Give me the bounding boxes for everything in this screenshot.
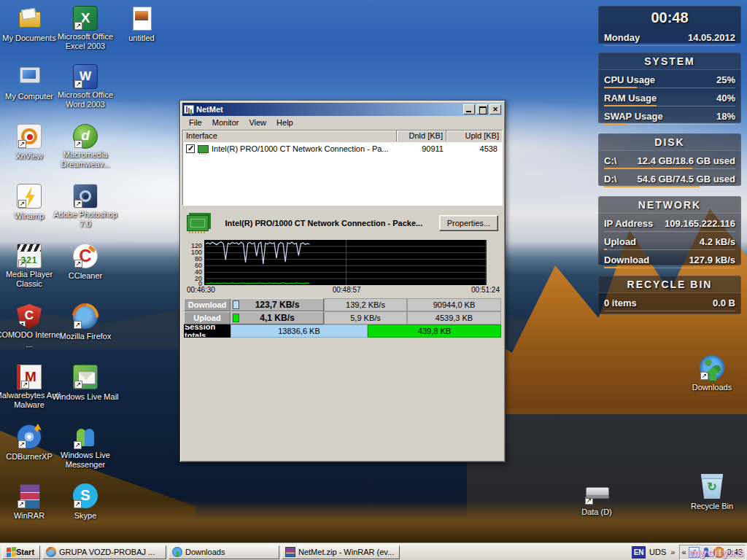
desktop-icon-firefox[interactable]: Mozilla Firefox (49, 304, 122, 342)
menu-monitor[interactable]: Monitor (207, 117, 244, 128)
interface-checkbox[interactable] (186, 144, 195, 153)
meter-track (604, 268, 735, 268)
download-current: 123,7 KB/s (231, 298, 324, 311)
session-download-total: 13836,6 KB (231, 324, 368, 338)
menu-help[interactable]: Help (271, 117, 298, 128)
dreamweaver-icon (73, 124, 98, 149)
task-button-winrar[interactable]: NetMet.zip - WinRAR (ev... (282, 545, 400, 559)
swap-usage-row: SWAP Usage 18% (604, 106, 735, 125)
desktop-icon-photoshop[interactable]: Adobe Photoshop 7.0 (49, 184, 122, 230)
recycle-row: 0 items 0.0 B (604, 293, 735, 311)
system-widget: SYSTEM CPU Usage 25% RAM Usage 40% SWAP … (598, 52, 741, 123)
language-indicator[interactable]: EN (632, 546, 646, 559)
desktop-icon-windows-live-mail[interactable]: Windows Live Mail (49, 365, 122, 402)
shortcut-arrow-icon (74, 140, 82, 148)
cdburnerxp-icon (17, 424, 42, 449)
properties-button[interactable]: Properties... (439, 215, 498, 231)
icon-label: My Computer (5, 92, 53, 101)
x-tick-mid: 00:48:57 (333, 286, 361, 294)
disk-c-value: 12.4 GB/18.6 GB used (638, 155, 735, 166)
minimize-button[interactable] (463, 104, 475, 114)
winamp-icon (17, 184, 42, 209)
shortcut-arrow-icon (18, 140, 26, 148)
column-dnld[interactable]: Dnld [KB] (397, 131, 446, 141)
icon-label: Windows Live Messenger (49, 451, 122, 470)
icon-label: Downloads (692, 383, 732, 392)
download-total: 90944,0 KB (407, 298, 501, 311)
media-player-classic-icon (17, 244, 42, 268)
graph-plot-area (204, 240, 487, 285)
clock-widget: 00:48 Monday 14.05.2012 (598, 6, 741, 44)
ip-address-label: IP Address (604, 218, 653, 229)
swap-usage-label: SWAP Usage (604, 111, 663, 122)
interface-dnld-value: 90911 (397, 144, 446, 153)
uds-indicator[interactable]: UDS (649, 548, 666, 556)
desktop: My Documents Microsoft Office Excel 2003… (0, 0, 747, 560)
disk-c-label: C:\ (604, 155, 616, 166)
interface-list: Interface Dnld [KB] Upld [KB] Intel(R) P… (182, 130, 503, 206)
icon-label: untitled (128, 34, 154, 43)
desktop-icon-untitled[interactable]: untitled (105, 6, 178, 44)
task-button-downloads[interactable]: Downloads (169, 545, 279, 559)
interface-name: Intel(R) PRO/1000 CT Network Connection … (212, 144, 397, 153)
upload-color-swatch (233, 314, 239, 322)
my-documents-icon (17, 6, 42, 31)
shortcut-arrow-icon (18, 440, 26, 448)
close-button[interactable] (489, 104, 501, 114)
icon-label: CDBurnerXP (6, 452, 53, 462)
shortcut-arrow-icon (18, 500, 26, 508)
overflow-chevron-icon[interactable]: » (670, 548, 675, 556)
graph-x-axis: 00:46:30 00:48:57 00:51:24 (187, 286, 500, 295)
task-button-firefox[interactable]: GRUPA VOZD-PROBAJ ... (42, 545, 166, 559)
network-adapter-icon-large (187, 215, 209, 231)
desktop-icon-ccleaner[interactable]: CCleaner (49, 244, 122, 281)
start-button[interactable]: Start (2, 545, 40, 559)
maximize-button[interactable] (476, 104, 488, 114)
shortcut-arrow-icon (74, 200, 82, 208)
ccleaner-icon (73, 244, 98, 268)
cpu-usage-label: CPU Usage (604, 74, 655, 85)
disk-d-label: D:\ (604, 174, 616, 184)
system-tray: « 0:48 (679, 545, 746, 560)
title-bar[interactable]: NetMet (182, 103, 503, 116)
tray-antivirus-icon[interactable] (713, 547, 724, 558)
tray-collapse-icon[interactable]: « (681, 548, 686, 556)
icon-label: Data (D) (581, 508, 612, 517)
network-widget: NETWORK IP Address 109.165.222.116 Uploa… (598, 196, 741, 265)
desktop-icon-windows-live-messenger[interactable]: Windows Live Messenger (49, 424, 122, 470)
word-icon (73, 64, 98, 89)
icon-label: XnView (15, 152, 42, 161)
graph-y-axis: 120 100 80 60 40 20 0 (185, 240, 204, 285)
interface-row[interactable]: Intel(R) PRO/1000 CT Network Connection … (183, 142, 502, 155)
column-interface[interactable]: Interface (183, 131, 397, 141)
desktop-icon-skype[interactable]: Skype (49, 483, 122, 521)
menu-view[interactable]: View (244, 117, 271, 128)
excel-icon (73, 6, 98, 31)
my-computer-icon (17, 64, 42, 89)
shortcut-arrow-icon (74, 22, 82, 30)
tray-monitor-icon[interactable] (689, 547, 700, 558)
clock-day: Monday (604, 32, 640, 43)
tray-clock[interactable]: 0:48 (727, 548, 743, 556)
disk-widget-title: DISK (598, 133, 741, 151)
column-upld[interactable]: Upld [KB] (446, 131, 502, 141)
shortcut-arrow-icon (74, 500, 82, 508)
clock-time: 00:48 (598, 6, 741, 28)
meter-fill (604, 267, 621, 268)
recycle-bin-widget: RECYCLE BIN 0 items 0.0 B (598, 276, 741, 314)
session-totals-label: Session totals (184, 324, 231, 338)
shortcut-arrow-icon (700, 372, 708, 380)
tray-messenger-icon[interactable] (701, 547, 712, 558)
netmet-window: NetMet File Monitor View Help Interface … (179, 100, 506, 462)
photoshop-icon (73, 184, 98, 209)
desktop-icon-dreamweaver[interactable]: Macromedia Dreamweav... (49, 124, 122, 170)
adapter-header: Intel(R) PRO/1000 CT Network Connection … (187, 212, 498, 234)
divider (604, 45, 735, 46)
desktop-icon-data-d[interactable]: Data (D) (560, 480, 633, 518)
desktop-icon-recycle-bin[interactable]: Recycle Bin (676, 474, 747, 512)
desktop-icon-word[interactable]: Microsoft Office Word 2003 (49, 64, 122, 110)
meter-track (604, 311, 735, 311)
icon-label: Microsoft Office Word 2003 (49, 90, 122, 109)
desktop-icon-downloads[interactable]: Downloads (676, 355, 747, 393)
menu-file[interactable]: File (184, 117, 207, 128)
